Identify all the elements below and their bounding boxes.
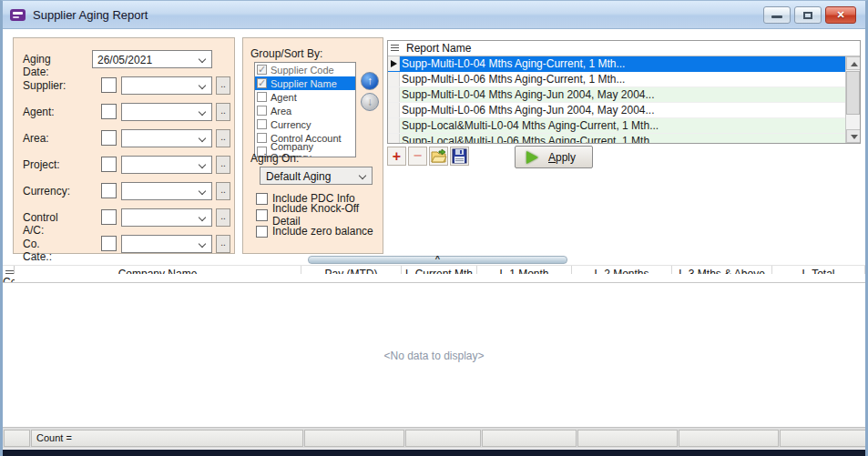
play-triangle-icon [526, 151, 538, 164]
report-name-list: Report Name Supp-Multi-L0-04 Mths Aging-… [387, 40, 861, 144]
area-combobox[interactable] [121, 129, 212, 147]
unchecked-checkbox[interactable] [257, 106, 267, 116]
title-bar: Supplier Aging Report ✕ [3, 1, 865, 29]
report-row[interactable]: Supp-Multi-L0-06 Mths Aging-Jun 2004, Ma… [388, 103, 846, 118]
currency-browse-button[interactable]: .. [216, 182, 230, 200]
save-floppy-icon [451, 147, 468, 165]
minimize-icon [771, 15, 782, 18]
report-row-clipped[interactable]: Supp-Local&Multi-L0-06 Mths Aging-Curren… [388, 134, 846, 143]
group-sort-item-area[interactable]: Area [255, 104, 355, 117]
footer-cell [405, 430, 481, 447]
remove-report-button[interactable]: − [408, 147, 427, 166]
column-header-l-current-mth[interactable]: L-Current Mth [402, 266, 477, 274]
minimize-button[interactable] [763, 6, 791, 24]
currency-label: Currency: [23, 185, 70, 198]
supplier-label: Supplier: [23, 79, 66, 92]
co-cate-combobox[interactable] [121, 235, 212, 253]
column-header-l-3-mths-above[interactable]: L-3 Mths & Above [672, 266, 772, 274]
co-cate-checkbox[interactable] [101, 236, 117, 251]
column-header-l-1-month[interactable]: L-1 Month [477, 266, 572, 274]
area-checkbox[interactable] [101, 130, 117, 146]
project-browse-button[interactable]: .. [216, 156, 230, 174]
maximize-button[interactable] [794, 6, 822, 24]
row-indicator [388, 118, 400, 133]
grid-indicator-cell [3, 266, 15, 274]
add-report-button[interactable]: + [387, 147, 406, 166]
unchecked-checkbox [256, 226, 268, 238]
footer-cell [780, 430, 868, 447]
column-header-l-2-months[interactable]: L-2 Months [572, 266, 672, 274]
report-row[interactable]: Supp-Multi-L0-04 Mths Aging-Jun 2004, Ma… [388, 87, 846, 103]
column-header-pay-mtd[interactable]: Pay (MTD) [301, 266, 402, 274]
control-ac-label: Control A/C: [23, 211, 58, 237]
chevron-down-icon [199, 82, 206, 89]
column-header-company-name[interactable]: Company Name [15, 266, 301, 274]
area-browse-button[interactable]: .. [216, 129, 230, 147]
checked-checkbox[interactable] [257, 65, 267, 75]
report-list-scrollbar[interactable] [845, 56, 860, 143]
aging-on-combobox[interactable]: Default Aging [260, 167, 373, 185]
close-icon: ✕ [826, 9, 855, 21]
group-sort-item-currency[interactable]: Currency [255, 117, 355, 131]
supplier-browse-button[interactable]: .. [216, 76, 230, 95]
agent-combobox[interactable] [121, 103, 212, 121]
save-report-button[interactable] [450, 147, 469, 166]
app-icon [10, 9, 26, 21]
project-checkbox[interactable] [101, 157, 117, 172]
close-button[interactable]: ✕ [825, 6, 856, 24]
move-down-button[interactable]: ↓ [361, 93, 379, 111]
move-up-button[interactable]: ↑ [361, 72, 379, 90]
aging-date-value: 26/05/2021 [97, 54, 152, 66]
report-row[interactable]: Supp-Local&Multi-L0-04 Mths Aging-Curren… [388, 118, 846, 134]
report-row-selected[interactable]: Supp-Multi-L0-04 Mths Aging-Current, 1 M… [388, 56, 846, 72]
column-header-col06[interactable]: Col.06 [3, 274, 15, 282]
maximize-icon [803, 12, 812, 19]
results-grid-body: <No data to display> [3, 284, 865, 426]
group-sort-item-supplier-code[interactable]: Supplier Code [255, 63, 355, 76]
include-zero-balance-checkbox[interactable]: Include zero balance [256, 224, 373, 238]
control-ac-browse-button[interactable]: .. [216, 208, 230, 227]
currency-checkbox[interactable] [101, 183, 117, 198]
row-indicator-icon [391, 45, 399, 53]
agent-label: Agent: [23, 106, 55, 118]
row-indicator [388, 87, 400, 102]
project-combobox[interactable] [121, 156, 212, 174]
unchecked-checkbox[interactable] [257, 92, 267, 102]
scrollbar-thumb[interactable] [846, 71, 860, 115]
triangle-up-icon [851, 62, 858, 66]
column-header-l-total[interactable]: L-Total [772, 266, 865, 274]
group-sort-list: Supplier Code Supplier Name Agent Area C… [254, 62, 356, 157]
group-sort-item-agent[interactable]: Agent [255, 90, 355, 104]
control-ac-checkbox[interactable] [101, 209, 117, 225]
row-indicator [388, 103, 400, 117]
agent-browse-button[interactable]: .. [216, 103, 230, 121]
chevron-down-icon [199, 240, 206, 248]
collapse-splitter[interactable]: ^ [308, 256, 567, 264]
unchecked-checkbox[interactable] [257, 133, 267, 143]
footer-cell [482, 430, 577, 447]
collapse-arrow-icon: ^ [435, 254, 440, 263]
unchecked-checkbox[interactable] [257, 119, 267, 129]
scroll-up-button[interactable] [846, 56, 861, 70]
include-knock-off-detail-checkbox[interactable]: Include Knock-Off Detail [256, 208, 383, 222]
report-name-column-header[interactable]: Report Name [388, 41, 860, 56]
supplier-aging-report-window: Supplier Aging Report ✕ Aging Date: 26/0… [0, 0, 868, 456]
control-ac-combobox[interactable] [121, 208, 212, 227]
apply-button[interactable]: Apply [515, 146, 593, 168]
agent-checkbox[interactable] [101, 104, 117, 119]
group-sort-item-supplier-name[interactable]: Supplier Name [255, 76, 355, 90]
results-grid-header: Company Name Pay (MTD) L-Current Mth L-1… [3, 265, 865, 283]
co-cate-browse-button[interactable]: .. [216, 235, 230, 253]
footer-cell [679, 430, 779, 447]
aging-on-title: Aging On: [250, 152, 299, 165]
arrow-down-icon: ↓ [362, 96, 378, 108]
supplier-combobox[interactable] [121, 76, 212, 95]
checked-checkbox[interactable] [257, 78, 267, 88]
aging-date-combobox[interactable]: 26/05/2021 [92, 50, 212, 68]
supplier-checkbox[interactable] [101, 77, 117, 93]
open-report-button[interactable] [429, 147, 448, 166]
chevron-down-icon [199, 187, 206, 195]
currency-combobox[interactable] [121, 182, 212, 200]
scroll-down-button[interactable] [846, 129, 861, 143]
report-row[interactable]: Supp-Multi-L0-06 Mths Aging-Current, 1 M… [388, 72, 846, 87]
